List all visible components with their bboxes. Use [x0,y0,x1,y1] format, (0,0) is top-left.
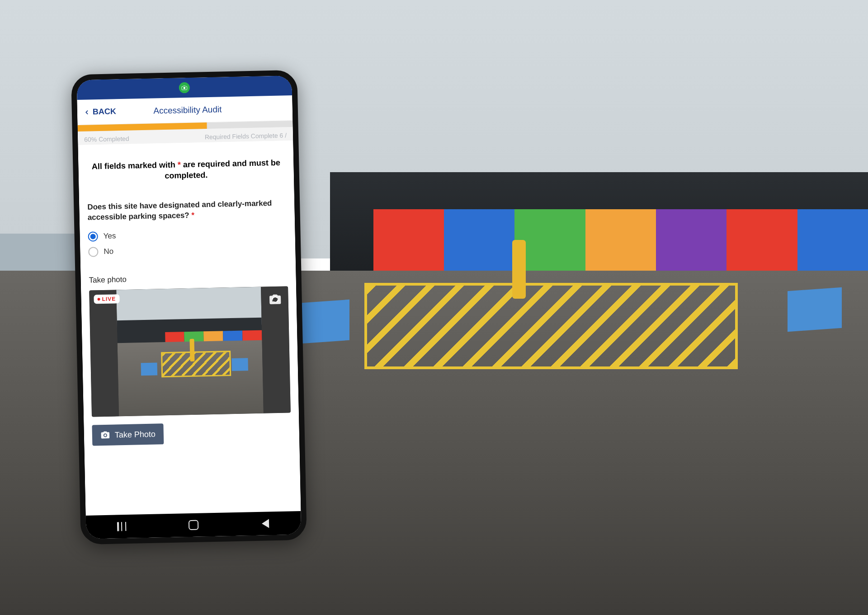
take-photo-button[interactable]: Take Photo [92,424,164,446]
phone-device-frame: BACK Accessibility Audit 60% Completed R… [71,70,307,545]
required-instruction: All fields marked with * are required an… [86,157,286,183]
chevron-left-icon [84,109,90,115]
app-header: BACK Accessibility Audit [77,95,292,125]
radio-label: No [104,247,113,256]
svg-point-1 [104,434,106,437]
svg-point-0 [183,87,185,89]
android-nav-bar [86,511,302,539]
take-photo-label: Take photo [89,272,288,285]
camera-icon [100,430,110,440]
preview-scene [116,287,264,417]
camera-live-preview[interactable]: LIVE [89,286,291,417]
radio-indicator [88,247,98,257]
camera-active-icon [179,82,190,93]
android-recent-button[interactable] [108,517,136,536]
radio-label: Yes [103,232,116,241]
page-title: Accessibility Audit [116,103,286,117]
back-button[interactable]: BACK [84,107,116,117]
form-content[interactable]: All fields marked with * are required an… [78,141,301,516]
question-label: Does this site have designated and clear… [87,198,287,223]
android-home-button[interactable] [180,516,208,534]
required-star: * [191,211,194,219]
radio-indicator [88,232,98,242]
take-photo-label: Take Photo [115,430,156,440]
progress-percent-label: 60% Completed [84,135,129,143]
live-badge: LIVE [94,295,119,304]
instruction-pre: All fields marked with [92,160,178,171]
question-text: Does this site have designated and clear… [87,199,272,221]
flip-camera-button[interactable] [268,293,282,309]
progress-required-label: Required Fields Complete 6 / [205,131,287,141]
android-back-button[interactable] [251,514,279,533]
back-label: BACK [93,107,116,117]
instruction-post: are required and must be completed. [165,158,280,181]
live-badge-text: LIVE [102,296,116,303]
flip-camera-icon [268,293,282,307]
